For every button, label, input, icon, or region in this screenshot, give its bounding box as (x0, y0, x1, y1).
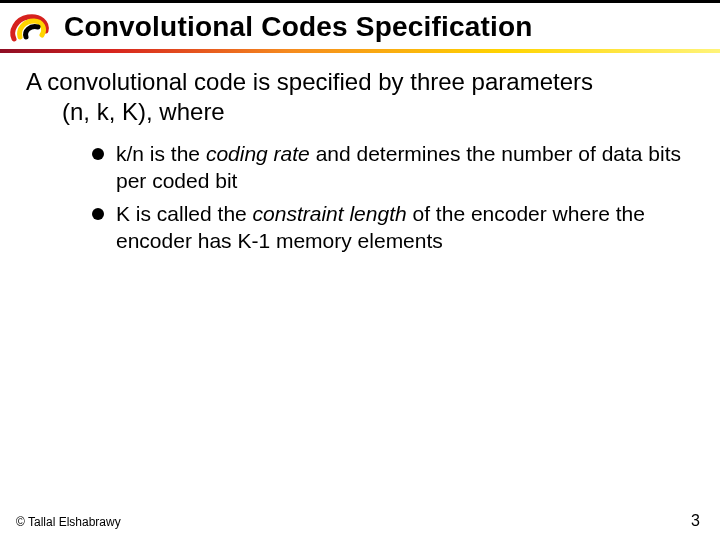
bullet-pre: K is called the (116, 202, 253, 225)
bullet-pre: k/n is the (116, 142, 206, 165)
list-item: K is called the constraint length of the… (92, 201, 690, 255)
bullet-text: k/n is the coding rate and determines th… (116, 141, 690, 195)
bullet-icon (92, 148, 104, 160)
rule-gradient (0, 49, 720, 53)
logo-icon (6, 9, 52, 45)
bullet-icon (92, 208, 104, 220)
slide: Convolutional Codes Specification A conv… (0, 0, 720, 540)
lead-line2: (n, k, K), where (26, 97, 690, 127)
header: Convolutional Codes Specification (0, 0, 720, 53)
footer: © Tallal Elshabrawy 3 (16, 512, 700, 530)
bullet-em: constraint length (253, 202, 407, 225)
copyright-text: © Tallal Elshabrawy (16, 515, 121, 529)
lead-text: A convolutional code is specified by thr… (26, 67, 690, 127)
bullet-em: coding rate (206, 142, 310, 165)
bullet-list: k/n is the coding rate and determines th… (26, 141, 690, 255)
page-number: 3 (691, 512, 700, 530)
title-row: Convolutional Codes Specification (0, 3, 720, 49)
body: A convolutional code is specified by thr… (0, 53, 720, 255)
slide-title: Convolutional Codes Specification (64, 11, 533, 43)
lead-line1: A convolutional code is specified by thr… (26, 68, 593, 95)
list-item: k/n is the coding rate and determines th… (92, 141, 690, 195)
bullet-text: K is called the constraint length of the… (116, 201, 690, 255)
